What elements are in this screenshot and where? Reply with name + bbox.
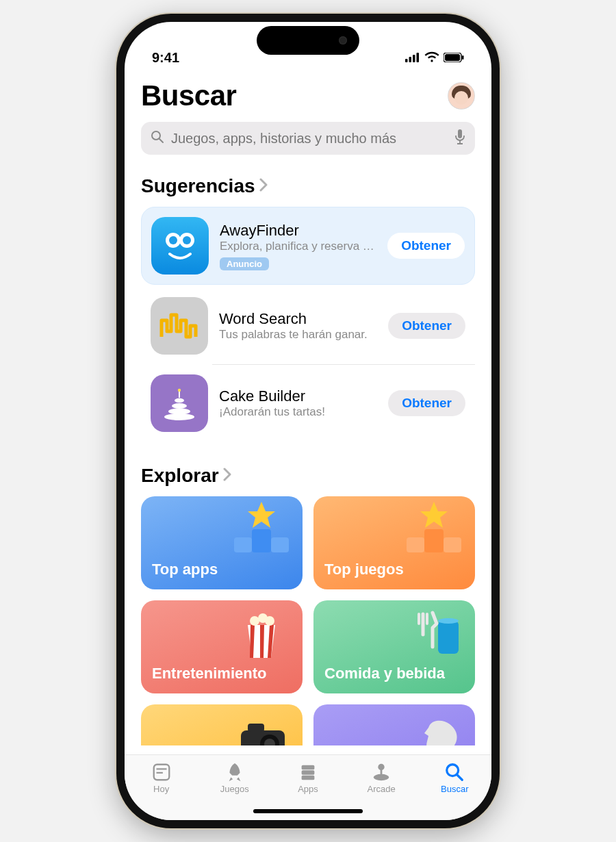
explore-card-label: Entretenimiento (152, 665, 266, 682)
svg-rect-23 (252, 529, 271, 552)
explore-card-partial[interactable] (141, 704, 303, 745)
svg-rect-42 (302, 765, 315, 770)
explore-card-partial[interactable] (313, 704, 475, 745)
explore-card-label: Top apps (152, 561, 218, 578)
battery-icon (444, 50, 464, 66)
svg-rect-0 (405, 59, 408, 62)
svg-point-32 (265, 616, 274, 626)
tab-search[interactable]: Buscar (427, 762, 482, 794)
cellular-icon (405, 50, 420, 66)
tab-label: Juegos (220, 784, 249, 794)
svg-point-38 (264, 739, 275, 745)
svg-rect-35 (241, 730, 285, 745)
chevron-right-icon (259, 178, 268, 194)
tab-label: Apps (298, 784, 318, 794)
svg-rect-33 (438, 621, 459, 654)
svg-rect-1 (409, 57, 412, 62)
tab-games[interactable]: Juegos (207, 762, 262, 794)
app-name: Cake Builder (219, 387, 377, 405)
svg-point-19 (175, 398, 184, 403)
rocket-icon (224, 762, 246, 782)
knight-icon (400, 710, 468, 745)
app-meta: AwayFinder Explora, planifica y reserva … (220, 222, 376, 270)
suggestion-item-sponsored[interactable]: AwayFinder Explora, planifica y reserva … (141, 207, 475, 285)
explore-card-food-drink[interactable]: Comida y bebida (313, 600, 475, 693)
tab-label: Arcade (368, 784, 396, 794)
svg-rect-27 (424, 529, 444, 552)
app-icon-cakebuilder (151, 374, 208, 432)
svg-point-21 (178, 389, 181, 392)
get-button[interactable]: Obtener (388, 313, 465, 339)
today-icon (151, 762, 172, 782)
podium-icon (400, 502, 468, 557)
svg-rect-44 (302, 776, 315, 780)
explore-card-entertainment[interactable]: Entretenimiento (141, 600, 303, 693)
content: Buscar Sugerencias (125, 70, 491, 754)
search-icon (151, 130, 164, 146)
svg-rect-29 (444, 537, 461, 552)
svg-rect-28 (407, 537, 424, 552)
svg-point-31 (258, 613, 268, 623)
svg-point-34 (438, 618, 459, 624)
svg-line-49 (457, 775, 463, 780)
chevron-right-icon (223, 468, 232, 484)
svg-rect-2 (413, 55, 415, 62)
dynamic-island (257, 26, 359, 55)
suggestions-header[interactable]: Sugerencias (141, 175, 475, 197)
svg-marker-22 (248, 502, 275, 528)
svg-rect-6 (462, 55, 464, 60)
explore-card-top-apps[interactable]: Top apps (141, 496, 303, 589)
tab-apps[interactable]: Apps (281, 762, 335, 794)
svg-rect-43 (302, 770, 315, 775)
app-subtitle: ¡Adorarán tus tartas! (219, 405, 377, 419)
app-name: Word Search (219, 310, 377, 328)
microphone-icon[interactable] (454, 129, 465, 147)
get-button[interactable]: Obtener (387, 233, 465, 259)
get-button[interactable]: Obtener (388, 390, 465, 416)
search-bar[interactable] (141, 122, 475, 155)
status-indicators (405, 50, 464, 66)
explore-title: Explorar (141, 465, 219, 487)
svg-line-8 (159, 139, 163, 142)
popcorn-icon (227, 606, 296, 661)
ad-badge: Anuncio (220, 257, 269, 270)
svg-marker-26 (420, 502, 448, 528)
explore-grid: Top apps Top juegos Entretenimiento Comi… (141, 496, 475, 693)
home-indicator[interactable] (253, 809, 363, 813)
search-input[interactable] (171, 131, 448, 146)
svg-point-18 (172, 403, 187, 409)
apps-icon (297, 762, 319, 782)
tab-today[interactable]: Hoy (134, 762, 189, 794)
phone-frame: 9:41 Buscar (116, 14, 500, 828)
suggestions-title: Sugerencias (141, 175, 255, 197)
svg-rect-9 (458, 129, 462, 138)
svg-point-7 (152, 131, 160, 140)
explore-grid-row-partial (141, 704, 475, 745)
tab-arcade[interactable]: Arcade (354, 762, 409, 794)
search-icon (444, 762, 465, 782)
app-subtitle: Explora, planifica y reserva v... (220, 240, 376, 253)
svg-rect-3 (417, 53, 420, 62)
header: Buscar (141, 79, 475, 112)
tab-label: Buscar (441, 784, 468, 794)
explore-card-top-games[interactable]: Top juegos (313, 496, 475, 589)
explore-card-label: Comida y bebida (324, 665, 445, 682)
suggestion-item[interactable]: Cake Builder ¡Adorarán tus tartas! Obten… (141, 365, 475, 442)
svg-point-37 (260, 735, 279, 745)
wifi-icon (424, 50, 439, 66)
svg-point-14 (169, 236, 177, 244)
app-meta: Cake Builder ¡Adorarán tus tartas! (219, 387, 377, 419)
svg-point-47 (378, 764, 384, 770)
profile-avatar[interactable] (448, 82, 475, 110)
page-title: Buscar (141, 79, 236, 112)
app-name: AwayFinder (220, 222, 376, 240)
app-icon-wordsearch (151, 297, 208, 355)
svg-point-15 (183, 236, 191, 244)
explore-header[interactable]: Explorar (141, 465, 475, 487)
app-icon-awayfinder (151, 217, 209, 275)
screen: 9:41 Buscar (125, 22, 491, 820)
suggestion-item[interactable]: Word Search Tus palabras te harán ganar.… (141, 285, 475, 364)
svg-rect-24 (234, 537, 252, 552)
app-meta: Word Search Tus palabras te harán ganar. (219, 310, 377, 342)
svg-rect-5 (445, 54, 460, 61)
